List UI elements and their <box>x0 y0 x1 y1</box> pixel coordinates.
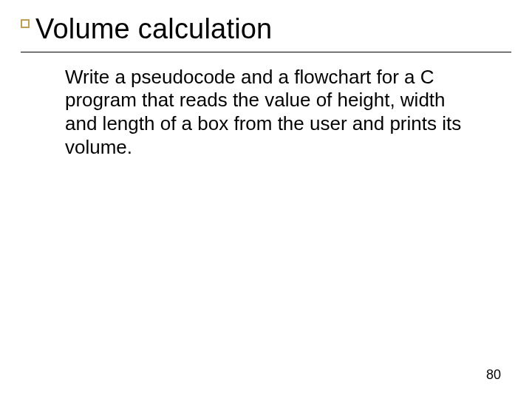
slide-body: Write a pseudocode and a flowchart for a… <box>21 66 511 160</box>
slide-title: Volume calculation <box>35 13 511 46</box>
accent-square-icon <box>21 19 30 28</box>
title-block: Volume calculation <box>21 13 511 46</box>
slide: Volume calculation Write a pseudocode an… <box>0 0 532 399</box>
page-number: 80 <box>486 367 501 383</box>
body-text: Write a pseudocode and a flowchart for a… <box>65 66 467 160</box>
title-underline <box>21 52 511 52</box>
